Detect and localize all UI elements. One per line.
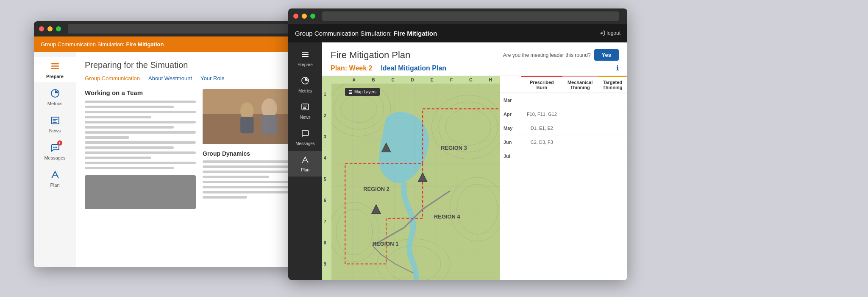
- sidebar2-label-metrics: Metrics: [298, 89, 312, 93]
- plan-icon-2: [301, 155, 309, 166]
- text-block-1: [85, 101, 196, 169]
- maximize-dot[interactable]: [56, 26, 61, 31]
- prescribed-mar: [521, 93, 562, 107]
- prepare-icon-2: [301, 50, 309, 61]
- close-dot[interactable]: [39, 26, 44, 31]
- plan-week: Plan: Week 2: [331, 64, 372, 72]
- svg-rect-24: [303, 106, 307, 106]
- tab-your-role[interactable]: Your Role: [200, 75, 225, 81]
- sidebar2-item-prepare[interactable]: Prepare: [288, 46, 322, 71]
- content-grid: Working on a Team: [85, 89, 314, 209]
- col-month-header: [500, 77, 521, 93]
- svg-point-10: [56, 147, 57, 148]
- mitigation-table: PrescribedBurn MechanicalThinning Target…: [500, 76, 627, 163]
- tab-group-communication[interactable]: Group Communication: [85, 75, 140, 81]
- sidebar2-item-messages[interactable]: Messages: [288, 125, 322, 150]
- main2-content: Fire Mitigation Plan Are you the meeting…: [322, 42, 627, 280]
- news-icon-2: [301, 103, 309, 113]
- prescribed-may: D1, E1, E2: [521, 121, 562, 135]
- svg-rect-25: [303, 107, 306, 108]
- sidebar-label-news: News: [49, 128, 61, 133]
- chart-icon: [49, 87, 61, 99]
- svg-rect-21: [302, 56, 309, 57]
- fire-plan-title: Fire Mitigation Plan: [331, 50, 410, 61]
- mechanical-may: [562, 121, 598, 135]
- close-dot-2[interactable]: [293, 14, 298, 19]
- map-col-labels: A B C D E F G H: [344, 78, 500, 82]
- svg-point-9: [54, 147, 56, 148]
- svg-text:REGION 1: REGION 1: [373, 241, 399, 247]
- minimize-dot[interactable]: [47, 26, 53, 31]
- table-row: Jun C2, D3, F3: [500, 135, 627, 149]
- topo-map-svg: REGION 2 REGION 3 REGION 1 REGION 4: [331, 84, 500, 280]
- sidebar-label-metrics: Metrics: [47, 101, 62, 106]
- window2-body: Prepare Metrics: [288, 42, 627, 280]
- month-apr: Apr: [500, 107, 521, 121]
- sidebar-item-news[interactable]: News: [34, 111, 76, 137]
- targeted-jun: [598, 135, 627, 149]
- sidebar2-item-plan[interactable]: Plan: [288, 151, 322, 177]
- sidebar2-item-news[interactable]: News: [288, 98, 322, 124]
- page-title-1: Preparing for the Simuation: [85, 60, 314, 70]
- sidebar-label-messages: Messages: [44, 155, 65, 160]
- sidebar-item-prepare[interactable]: Prepare: [34, 57, 76, 82]
- messages-badge: 1: [57, 140, 62, 146]
- sidebar-1: Prepare Metrics: [34, 52, 76, 267]
- sidebar-item-plan[interactable]: Plan: [34, 165, 76, 191]
- prescribed-apr: F10, F11, G12: [521, 107, 562, 121]
- col-mechanical-header: MechanicalThinning: [562, 77, 598, 93]
- svg-rect-7: [53, 122, 57, 123]
- maximize-dot-2[interactable]: [310, 14, 315, 19]
- svg-rect-5: [53, 119, 58, 120]
- info-icon[interactable]: ℹ: [616, 64, 619, 72]
- svg-rect-20: [302, 54, 309, 55]
- news-icon: [49, 115, 61, 126]
- month-may: May: [500, 121, 521, 135]
- targeted-mar: [598, 93, 627, 107]
- section1-title: Working on a Team: [85, 89, 196, 96]
- table-row: Jul: [500, 149, 627, 163]
- address-bar[interactable]: [68, 24, 314, 34]
- app-title-2: Group Communication Simulation: Fire Mit…: [295, 30, 437, 37]
- sidebar-item-metrics[interactable]: Metrics: [34, 84, 76, 109]
- app-topbar-2: Group Communication Simulation: Fire Mit…: [288, 24, 627, 42]
- svg-rect-6: [53, 120, 56, 121]
- col-targeted-header: TargetedThinning: [598, 77, 627, 93]
- app-title-1: Group Communication Simulation: Fire Mit…: [41, 41, 164, 48]
- address-bar-2[interactable]: [322, 11, 619, 21]
- sidebar-label-prepare: Prepare: [46, 74, 64, 79]
- svg-text:REGION 2: REGION 2: [363, 186, 389, 192]
- sidebar2-label-news: News: [300, 115, 310, 120]
- month-jun: Jun: [500, 135, 521, 149]
- titlebar-1: [34, 21, 322, 36]
- map-area: A B C D E F G H 1 2 3 4: [322, 76, 500, 280]
- mechanical-mar: [562, 93, 598, 107]
- sidebar-label-plan: Plan: [50, 182, 59, 188]
- sidebar2-label-prepare: Prepare: [298, 62, 313, 67]
- minimize-dot-2[interactable]: [302, 14, 307, 19]
- sidebar-item-messages[interactable]: 1 Messages: [34, 138, 76, 164]
- svg-rect-30: [331, 84, 500, 280]
- targeted-may: [598, 121, 627, 135]
- prescribed-jun: C2, D3, F3: [521, 135, 562, 149]
- table-row: Apr F10, F11, G12: [500, 107, 627, 121]
- video-placeholder: [85, 175, 196, 209]
- titlebar-2: [288, 8, 627, 24]
- ideal-plan: Ideal Mitigation Plan: [381, 64, 446, 72]
- logout-button[interactable]: logout: [599, 30, 620, 36]
- window-1: Group Communication Simulation: Fire Mit…: [34, 21, 322, 267]
- sidebar2-item-metrics[interactable]: Metrics: [288, 72, 322, 98]
- svg-text:REGION 4: REGION 4: [434, 213, 460, 220]
- tab-about-westmount[interactable]: About Westmount: [148, 75, 192, 81]
- targeted-jul: [598, 149, 627, 163]
- nav-tabs: Group Communication About Westmount Your…: [85, 75, 314, 81]
- svg-point-8: [53, 147, 54, 148]
- svg-rect-2: [51, 68, 59, 69]
- map-layers-button[interactable]: Map Layers: [345, 88, 380, 96]
- yes-button[interactable]: Yes: [594, 49, 619, 61]
- table-row: May D1, E1, E2: [500, 121, 627, 135]
- messages-icon-2: [301, 129, 309, 140]
- menu-icon: [49, 60, 61, 72]
- plan-icon: [49, 169, 61, 181]
- table-row: Mar: [500, 93, 627, 107]
